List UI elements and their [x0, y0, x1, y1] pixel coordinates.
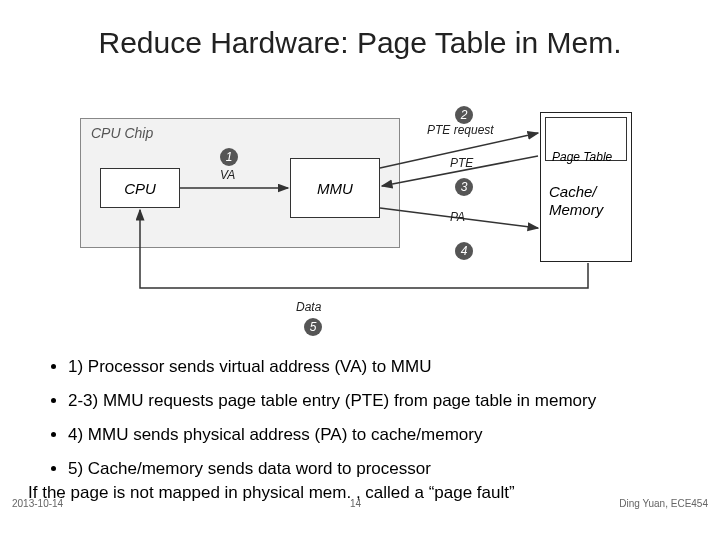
page-table-label: Page Table [552, 150, 612, 164]
slide-title: Reduce Hardware: Page Table in Mem. [0, 26, 720, 60]
footer-date: 2013-10-14 [12, 498, 63, 509]
pa-label: PA [450, 210, 465, 224]
memory-box: Page Table Cache/ Memory [540, 112, 632, 262]
pte-request-label: PTE request [427, 123, 494, 137]
cpu-box: CPU [100, 168, 180, 208]
step-badge-2: 2 [455, 106, 473, 124]
bullet-item: 1) Processor sends virtual address (VA) … [68, 357, 708, 377]
footnote: If the page is not mapped in physical me… [28, 482, 708, 504]
bullet-item: 5) Cache/memory sends data word to proce… [68, 459, 708, 479]
page-table-box: Page Table [545, 117, 627, 161]
mmu-box: MMU [290, 158, 380, 218]
step-badge-1: 1 [220, 148, 238, 166]
step-badge-3: 3 [455, 178, 473, 196]
bullet-item: 4) MMU sends physical address (PA) to ca… [68, 425, 708, 445]
step-badge-5: 5 [304, 318, 322, 336]
bullet-item: 2-3) MMU requests page table entry (PTE)… [68, 391, 708, 411]
step-badge-4: 4 [455, 242, 473, 260]
diagram-area: CPU Chip CPU MMU Page Table Cache/ Memor… [80, 108, 640, 328]
memory-label: Cache/ Memory [549, 183, 603, 219]
cpu-chip-label: CPU Chip [91, 125, 153, 141]
va-label: VA [220, 168, 235, 182]
pte-label: PTE [450, 156, 473, 170]
bullet-list: 1) Processor sends virtual address (VA) … [28, 357, 708, 493]
footer-author: Ding Yuan, ECE454 [619, 498, 708, 509]
data-label: Data [296, 300, 321, 314]
footer-page: 14 [350, 498, 361, 509]
